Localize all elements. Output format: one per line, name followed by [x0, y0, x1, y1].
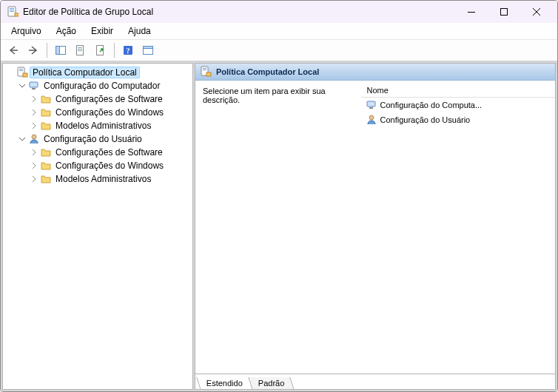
computer-icon	[366, 99, 377, 111]
arrow-right-icon	[27, 44, 39, 56]
close-button[interactable]	[520, 1, 553, 22]
description-text: Selecione um item para exibir sua descri…	[203, 87, 326, 104]
svg-rect-21	[19, 69, 23, 70]
tree-user-software[interactable]: Configurações de Software	[28, 146, 191, 159]
chevron-right-icon[interactable]	[30, 95, 38, 104]
back-button[interactable]	[4, 41, 23, 60]
window-controls	[455, 1, 553, 22]
tab-strip: Estendido Padrão	[195, 374, 556, 390]
details-body: Selecione um item para exibir sua descri…	[195, 81, 555, 374]
svg-rect-4	[15, 13, 19, 16]
close-icon	[533, 8, 540, 16]
tree-user-admin-templates[interactable]: Modelos Administrativos	[28, 172, 191, 186]
folder-icon	[40, 146, 52, 158]
chevron-right-icon[interactable]	[30, 121, 38, 130]
show-hide-tree-button[interactable]	[51, 41, 70, 60]
tree-label: Configuração do Usuário	[41, 134, 144, 144]
tree-computer-admin-templates[interactable]: Modelos Administrativos	[28, 119, 191, 132]
svg-point-33	[369, 115, 374, 120]
tree-label: Configurações de Software	[53, 94, 165, 104]
tree-root[interactable]: ▾ Política Computador Local	[4, 66, 191, 79]
svg-rect-13	[78, 49, 82, 50]
details-header-text: Política Computador Local	[216, 67, 319, 76]
tab-extended[interactable]: Estendido	[196, 377, 252, 390]
details-header: Política Computador Local	[195, 64, 555, 81]
list-item-label: Configuração do Computa...	[380, 101, 483, 109]
user-icon	[366, 114, 377, 126]
tree-label: Modelos Administrativos	[53, 121, 153, 131]
tab-label: Padrão	[258, 379, 284, 388]
tree-label: Configurações do Windows	[53, 107, 166, 118]
tree-computer-windows[interactable]: Configurações do Windows	[28, 106, 191, 119]
menu-arquivo[interactable]: Arquivo	[4, 24, 49, 38]
svg-rect-10	[56, 47, 60, 55]
svg-rect-3	[10, 11, 14, 12]
tab-label: Estendido	[206, 379, 243, 388]
menu-exibir[interactable]: Exibir	[84, 24, 121, 38]
list-item-label: Configuração do Usuário	[380, 115, 471, 124]
window-root: Editor de Política de Grupo Local Arquiv…	[0, 0, 558, 392]
svg-rect-15	[97, 46, 104, 55]
svg-rect-5	[468, 12, 475, 13]
tree-label: Modelos Administrativos	[53, 174, 153, 184]
minimize-icon	[468, 8, 475, 16]
toolbar-separator	[114, 43, 115, 58]
svg-rect-6	[501, 9, 508, 16]
chevron-right-icon[interactable]	[30, 175, 38, 183]
list-column: Nome Configuração do Computa... Configu	[361, 81, 555, 374]
arrow-left-icon	[7, 44, 19, 56]
tree-computer-config[interactable]: Configuração do Computador	[16, 79, 191, 92]
svg-rect-30	[206, 72, 211, 76]
svg-rect-2	[10, 10, 14, 10]
folder-icon	[40, 173, 52, 185]
user-icon	[28, 133, 40, 145]
menu-ajuda[interactable]: Ajuda	[121, 24, 158, 38]
policy-root-icon	[16, 67, 28, 78]
svg-rect-28	[203, 68, 206, 69]
maximize-icon	[500, 8, 508, 16]
help-button[interactable]: ?	[118, 41, 138, 60]
svg-rect-31	[367, 101, 375, 107]
tree-user-windows[interactable]: Configurações do Windows	[28, 159, 191, 172]
computer-icon	[28, 80, 40, 92]
svg-rect-19	[144, 47, 153, 49]
details-pane: Política Computador Local Selecione um i…	[195, 63, 556, 374]
svg-text:?: ?	[127, 47, 130, 55]
tree-computer-software[interactable]: Configurações de Software	[28, 92, 191, 106]
titlebar[interactable]: Editor de Política de Grupo Local	[1, 1, 557, 23]
chevron-right-icon[interactable]	[30, 161, 38, 170]
maximize-button[interactable]	[488, 1, 520, 22]
svg-rect-25	[32, 88, 36, 89]
svg-rect-14	[78, 50, 82, 51]
policy-root-icon	[200, 66, 212, 78]
svg-rect-1	[10, 8, 14, 9]
menubar: Arquivo Ação Exibir Ajuda	[1, 23, 557, 40]
app-icon	[7, 6, 19, 18]
tree-label: Configurações do Windows	[53, 160, 166, 171]
tree-label: Configuração do Computador	[41, 81, 162, 91]
filter-button[interactable]	[138, 41, 158, 60]
folder-icon	[40, 107, 52, 118]
tab-standard[interactable]: Padrão	[248, 377, 295, 390]
properties-button[interactable]	[71, 41, 90, 60]
svg-rect-32	[369, 107, 373, 109]
chevron-right-icon[interactable]	[30, 148, 38, 157]
forward-button[interactable]	[24, 41, 43, 60]
menu-acao[interactable]: Ação	[49, 24, 84, 38]
minimize-button[interactable]	[455, 1, 488, 22]
svg-rect-12	[78, 47, 82, 48]
tree-user-config[interactable]: Configuração do Usuário	[16, 132, 191, 146]
toolbar-separator	[47, 43, 47, 58]
window-title: Editor de Política de Grupo Local	[23, 7, 455, 17]
column-header-name[interactable]: Nome	[361, 84, 555, 98]
list-item-computer-config[interactable]: Configuração do Computa...	[361, 98, 555, 112]
chevron-down-icon[interactable]	[18, 135, 27, 143]
folder-icon	[40, 93, 52, 105]
svg-point-26	[32, 135, 36, 139]
tree-pane[interactable]: ▾ Política Computador Local	[2, 63, 193, 390]
chevron-down-icon[interactable]	[18, 81, 27, 90]
chevron-right-icon[interactable]	[30, 108, 38, 117]
export-list-button[interactable]	[91, 41, 110, 60]
details-container: Política Computador Local Selecione um i…	[195, 63, 556, 390]
list-item-user-config[interactable]: Configuração do Usuário	[361, 112, 555, 127]
